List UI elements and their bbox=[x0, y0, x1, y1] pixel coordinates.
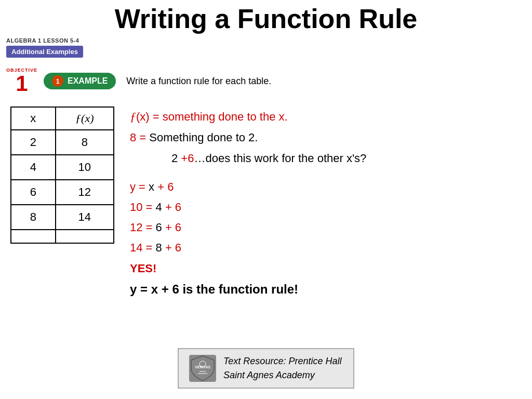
table-header-row: x ƒ(x) bbox=[11, 107, 114, 130]
explanation-line1-rest: (x) = something done to the x. bbox=[136, 110, 288, 123]
cell-fx-1: 8 bbox=[56, 130, 114, 155]
explanation-plus6: +6 bbox=[181, 152, 194, 165]
cell-fx-5 bbox=[56, 230, 114, 243]
cell-x-3: 6 bbox=[11, 180, 56, 205]
function-table: x ƒ(x) 2 8 4 10 6 12 8 14 bbox=[10, 107, 114, 244]
footer-box: VERITAS Text Resource: Prentice Hall Sai… bbox=[178, 348, 354, 389]
explanation-line-14: 14 = 8 + 6 bbox=[130, 238, 522, 257]
col1-header: x bbox=[11, 107, 56, 130]
objective-label: OBJECTIVE 1 bbox=[6, 68, 37, 95]
footer-logo: VERITAS bbox=[189, 355, 216, 382]
explanation-yes: YES! bbox=[130, 259, 522, 277]
explanation-2: 2 bbox=[171, 152, 181, 165]
explanation-area: ƒ(x) = something done to the x. 8 = Some… bbox=[130, 101, 522, 301]
explanation-line3-rest: …does this work for the other x's? bbox=[194, 152, 366, 165]
objective-section: OBJECTIVE 1 1 EXAMPLE Write a function r… bbox=[6, 68, 271, 95]
table-row-empty bbox=[11, 230, 114, 243]
page-title: Writing a Function Rule bbox=[0, 0, 532, 34]
explanation-line-10: 10 = 4 + 6 bbox=[130, 198, 522, 216]
footer-resource: Text Resource: Prentice Hall bbox=[223, 354, 341, 368]
example-badge-text: EXAMPLE bbox=[68, 76, 108, 86]
explanation-y-equals: y = bbox=[130, 180, 145, 193]
cell-x-5 bbox=[11, 230, 56, 243]
school-crest-icon: VERITAS bbox=[190, 355, 215, 382]
objective-number: 1 bbox=[16, 73, 28, 95]
explanation-line-y: y = x + 6 bbox=[130, 178, 522, 196]
explanation-plus6-c: + 6 bbox=[162, 221, 181, 234]
example-badge: 1 EXAMPLE bbox=[44, 73, 116, 89]
footer-school: Saint Agnes Academy bbox=[223, 368, 341, 382]
italic-f: ƒ bbox=[130, 110, 136, 123]
cell-fx-2: 10 bbox=[56, 155, 114, 180]
explanation-line-1: ƒ(x) = something done to the x. bbox=[130, 107, 522, 126]
table-row: 8 14 bbox=[11, 205, 114, 230]
table-row: 4 10 bbox=[11, 155, 114, 180]
footer-text: Text Resource: Prentice Hall Saint Agnes… bbox=[223, 354, 341, 382]
cell-x-1: 2 bbox=[11, 130, 56, 155]
table-container: x ƒ(x) 2 8 4 10 6 12 8 14 bbox=[10, 101, 114, 301]
explanation-line-3: 2 +6…does this work for the other x's? bbox=[130, 149, 522, 167]
col2-header: ƒ(x) bbox=[56, 107, 114, 130]
explanation-4: 4 bbox=[152, 201, 162, 214]
additional-examples-button[interactable]: Additional Examples bbox=[6, 46, 83, 58]
content-area: x ƒ(x) 2 8 4 10 6 12 8 14 bbox=[0, 101, 532, 301]
explanation-plus6-b: + 6 bbox=[162, 201, 181, 214]
explanation-14-equals: 14 = bbox=[130, 241, 152, 254]
table-row: 6 12 bbox=[11, 180, 114, 205]
explanation-8: 8 bbox=[152, 241, 162, 254]
cell-fx-3: 12 bbox=[56, 180, 114, 205]
table-row: 2 8 bbox=[11, 130, 114, 155]
explanation-10-equals: 10 = bbox=[130, 201, 152, 214]
explanation-plus6-d: + 6 bbox=[162, 241, 181, 254]
explanation-12-equals: 12 = bbox=[130, 221, 152, 234]
explanation-conclusion: y = x + 6 is the function rule! bbox=[130, 280, 522, 299]
explanation-8-equals: 8 = bbox=[130, 131, 146, 144]
explanation-6: 6 bbox=[152, 221, 162, 234]
lesson-label: ALGEBRA 1 LESSON 5-4 bbox=[6, 37, 79, 44]
example-instruction: Write a function rule for each table. bbox=[126, 76, 271, 87]
explanation-plus6-a: + 6 bbox=[154, 180, 174, 193]
explanation-line-2: 8 = Something done to 2. bbox=[130, 128, 522, 147]
cell-x-4: 8 bbox=[11, 205, 56, 230]
cell-x-2: 4 bbox=[11, 155, 56, 180]
explanation-line2-black: Something done to 2. bbox=[146, 131, 258, 144]
explanation-x: x bbox=[145, 180, 154, 193]
explanation-line-12: 12 = 6 + 6 bbox=[130, 218, 522, 236]
cell-fx-4: 14 bbox=[56, 205, 114, 230]
example-badge-number: 1 bbox=[52, 75, 63, 87]
